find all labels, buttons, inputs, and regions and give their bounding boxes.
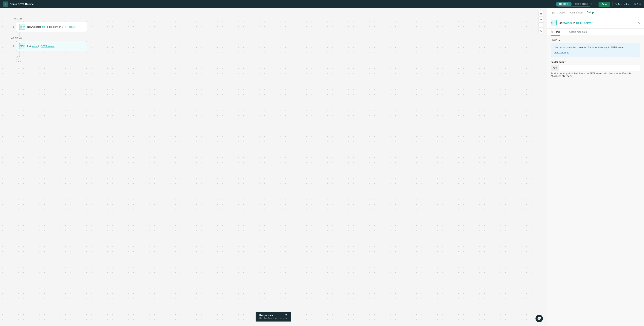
close-icon: ✕ bbox=[634, 3, 636, 5]
view-tab-group: RECIPE TEST JOBS bbox=[556, 2, 592, 6]
field-type-tag: ABC bbox=[551, 65, 559, 71]
folder-path-hint: Provide the full path of the folder in t… bbox=[551, 72, 640, 77]
recipe-data-panel[interactable]: Recipe data ⇅ Use data from a previous s… bbox=[256, 312, 291, 322]
close-panel-button[interactable]: ✕ bbox=[638, 21, 640, 25]
top-nav-actions: Save ⊙ Test recipe ✕ Exit bbox=[598, 2, 641, 7]
tab-group-map[interactable]: ⋮⋮ Group map data bbox=[563, 28, 587, 35]
chat-support-button[interactable]: 💬 bbox=[536, 315, 543, 322]
trigger-step-row: 1 SFTP New/updated file in directory on … bbox=[11, 22, 87, 32]
canvas-area: ↺ + − ⊕ TRIGGER 1 SFTP New/updated file … bbox=[0, 8, 547, 326]
recipe-data-title: Recipe data ⇅ bbox=[259, 314, 288, 317]
action-step-number: 2 bbox=[11, 45, 14, 48]
test-icon: ⊙ bbox=[615, 3, 617, 5]
help-box: Use this action to list contents of a fo… bbox=[551, 43, 640, 57]
learn-more-link[interactable]: Learn more ↗ bbox=[554, 50, 569, 54]
logo-icon: ≡ bbox=[3, 1, 8, 7]
action-step-icon: SFTP bbox=[19, 43, 25, 49]
breadcrumb-app[interactable]: App bbox=[551, 11, 555, 14]
breadcrumb-setup[interactable]: Setup bbox=[587, 11, 594, 14]
add-step-button[interactable]: + bbox=[16, 56, 21, 62]
connector-2 bbox=[19, 51, 20, 56]
app-title: Demo SFTP Recipe bbox=[10, 2, 34, 5]
panel-body: HELP ▲ Use this action to list contents … bbox=[547, 36, 644, 326]
zoom-out-button[interactable]: − bbox=[538, 22, 544, 28]
breadcrumb-connection[interactable]: Connection bbox=[570, 11, 583, 14]
test-jobs-tab[interactable]: TEST JOBS bbox=[572, 2, 592, 6]
folder-path-input-row: ABC bbox=[551, 65, 640, 71]
connector-1 bbox=[19, 32, 20, 37]
top-nav: ≡ Demo SFTP Recipe RECIPE TEST JOBS Save… bbox=[0, 0, 644, 8]
help-toggle[interactable]: HELP ▲ bbox=[551, 39, 640, 41]
action-step-row: 2 SFTP List folder in SFTP server bbox=[11, 41, 87, 51]
trigger-step-number: 1 bbox=[11, 25, 14, 28]
action-step-card[interactable]: SFTP List folder in SFTP server bbox=[16, 41, 87, 51]
folder-path-field: Folder path * ABC Provide the full path … bbox=[551, 60, 640, 77]
panel-title: List folder in SFTP server bbox=[558, 21, 592, 24]
recipe-data-icon: ⇅ bbox=[285, 314, 288, 317]
fit-view-button[interactable]: ⊕ bbox=[538, 28, 544, 33]
panel-header: SFTP List folder in SFTP server ✕ bbox=[547, 17, 644, 28]
zoom-in-button[interactable]: + bbox=[538, 17, 544, 22]
trigger-step-card[interactable]: SFTP New/updated file in directory on SF… bbox=[16, 22, 87, 32]
test-recipe-button[interactable]: ⊙ Test recipe bbox=[615, 3, 630, 5]
help-section: HELP ▲ Use this action to list contents … bbox=[551, 39, 640, 57]
panel-title-row: SFTP List folder in SFTP server bbox=[551, 20, 592, 26]
group-map-icon: ⋮⋮ bbox=[563, 30, 568, 33]
breadcrumb-arrow-2: → bbox=[567, 11, 569, 14]
app-logo: ≡ Demo SFTP Recipe bbox=[3, 1, 34, 7]
trigger-step-icon: SFTP bbox=[19, 24, 25, 30]
panel-tab-bar: 🔍 Find ⋮⋮ Group map data bbox=[547, 28, 644, 36]
save-button[interactable]: Save bbox=[598, 2, 610, 7]
main-layout: ↺ + − ⊕ TRIGGER 1 SFTP New/updated file … bbox=[0, 8, 644, 326]
tab-find[interactable]: 🔍 Find bbox=[551, 28, 560, 35]
recipe-data-subtitle: Use data from a previous step bbox=[259, 317, 288, 319]
canvas-controls: ↺ + − ⊕ bbox=[538, 11, 544, 33]
actions-section-label: ACTIONS bbox=[11, 37, 87, 39]
right-panel: App → Action → Connection → Setup SFTP L… bbox=[547, 8, 644, 326]
flow-content: TRIGGER 1 SFTP New/updated file in direc… bbox=[11, 17, 87, 62]
exit-button[interactable]: ✕ Exit bbox=[634, 3, 641, 5]
breadcrumb-arrow-1: → bbox=[556, 11, 558, 14]
trigger-section-label: TRIGGER bbox=[11, 17, 87, 20]
folder-path-label: Folder path * bbox=[551, 60, 640, 63]
breadcrumb: App → Action → Connection → Setup bbox=[547, 8, 644, 17]
breadcrumb-action[interactable]: Action bbox=[559, 11, 566, 14]
trigger-step-text: New/updated file in directory on SFTP se… bbox=[27, 25, 76, 28]
find-icon: 🔍 bbox=[551, 30, 554, 33]
required-indicator: * bbox=[564, 60, 566, 63]
folder-path-input[interactable] bbox=[559, 65, 640, 71]
breadcrumb-arrow-3: → bbox=[584, 11, 586, 14]
panel-step-icon: SFTP bbox=[551, 20, 556, 26]
action-step-text: List folder in SFTP server bbox=[27, 45, 54, 48]
chevron-up-icon: ▲ bbox=[558, 39, 560, 41]
external-link-icon: ↗ bbox=[567, 50, 569, 54]
reset-view-button[interactable]: ↺ bbox=[538, 11, 544, 16]
recipe-tab[interactable]: RECIPE bbox=[556, 2, 572, 6]
